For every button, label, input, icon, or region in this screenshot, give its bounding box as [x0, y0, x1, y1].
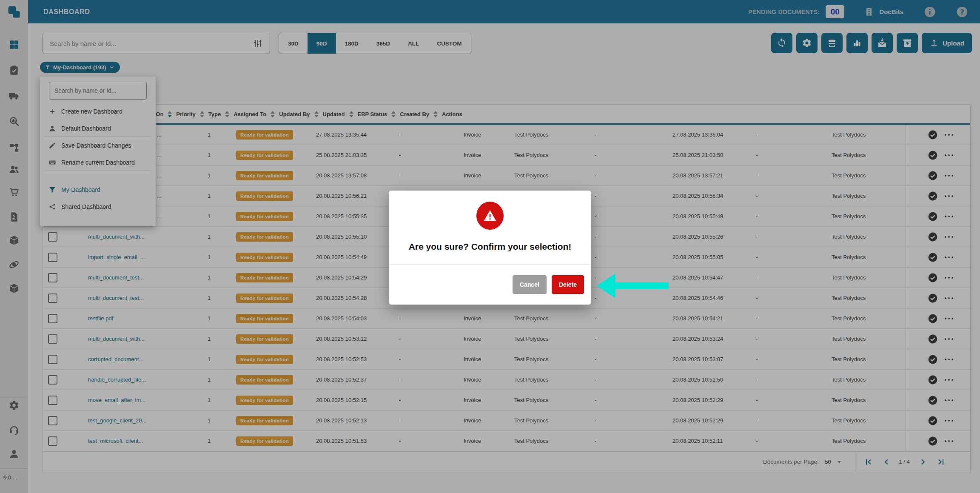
- confirm-delete-dialog: Are you sure? Confirm your selection! Ca…: [389, 191, 591, 305]
- warning-badge: [476, 202, 504, 230]
- delete-button[interactable]: Delete: [552, 275, 584, 294]
- confirm-message: Are you sure? Confirm your selection!: [389, 242, 591, 252]
- dialog-footer: Cancel Delete: [389, 264, 591, 305]
- warning-triangle-icon: [482, 208, 498, 223]
- cancel-button[interactable]: Cancel: [513, 275, 547, 294]
- arrow-head: [597, 274, 615, 298]
- annotation-arrow: [597, 274, 669, 298]
- arrow-tail: [615, 282, 669, 289]
- app-canvas: DASHBOARD PENDING DOCUMENTS: 00 DocBits …: [0, 0, 980, 493]
